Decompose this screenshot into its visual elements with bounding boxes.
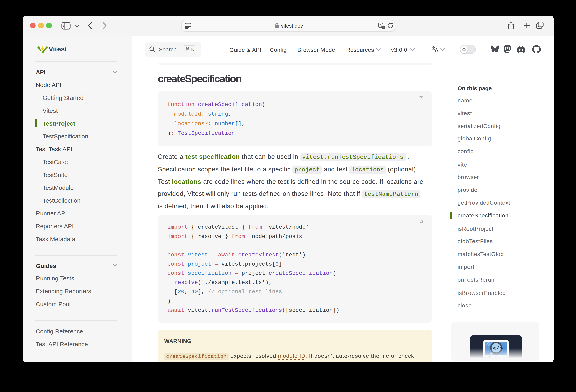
- svg-text:x: x: [382, 26, 384, 29]
- svg-text:A: A: [379, 24, 382, 27]
- svg-text:</>: </>: [493, 345, 503, 352]
